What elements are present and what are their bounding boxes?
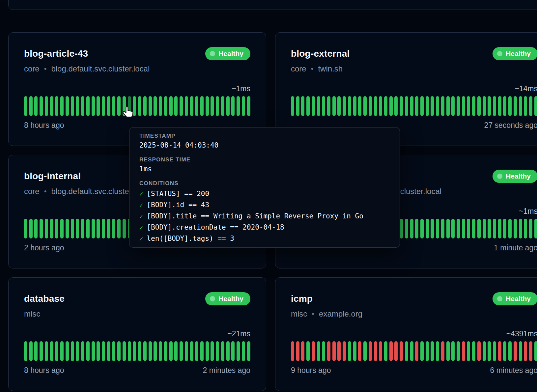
uptime-bar[interactable]: [81, 219, 84, 238]
uptime-bar[interactable]: [291, 341, 294, 361]
uptime-bar[interactable]: [534, 219, 537, 238]
uptime-bar[interactable]: [86, 96, 90, 116]
uptime-bar[interactable]: [34, 219, 38, 238]
uptime-bar[interactable]: [92, 96, 95, 116]
uptime-bar[interactable]: [483, 96, 486, 116]
uptime-bar[interactable]: [343, 96, 346, 116]
uptime-bar[interactable]: [55, 341, 58, 361]
uptime-bar[interactable]: [400, 341, 403, 361]
uptime-bar[interactable]: [436, 219, 439, 238]
uptime-bar[interactable]: [81, 341, 84, 361]
uptime-bar[interactable]: [76, 96, 79, 116]
uptime-bar[interactable]: [123, 96, 126, 116]
uptime-bar[interactable]: [55, 219, 58, 238]
uptime-bar[interactable]: [60, 341, 64, 361]
uptime-bar[interactable]: [97, 341, 100, 361]
uptime-bar[interactable]: [138, 341, 141, 361]
uptime-bar[interactable]: [237, 341, 240, 361]
uptime-bar[interactable]: [451, 341, 455, 361]
uptime-bar[interactable]: [431, 341, 434, 361]
uptime-bar[interactable]: [348, 341, 351, 361]
uptime-bar[interactable]: [200, 96, 204, 116]
uptime-bar[interactable]: [50, 341, 53, 361]
uptime-bar[interactable]: [379, 341, 382, 361]
uptime-bar[interactable]: [457, 96, 460, 116]
uptime-bar[interactable]: [493, 341, 496, 361]
uptime-bar[interactable]: [405, 341, 408, 361]
uptime-bar[interactable]: [441, 96, 444, 116]
uptime-bar[interactable]: [102, 341, 105, 361]
uptime-bar[interactable]: [211, 341, 214, 361]
uptime-bar[interactable]: [431, 219, 434, 238]
uptime-bar[interactable]: [483, 341, 486, 361]
uptime-bar[interactable]: [374, 341, 377, 361]
uptime-bar[interactable]: [374, 96, 377, 116]
uptime-bar[interactable]: [514, 219, 517, 238]
uptime-bar[interactable]: [86, 341, 90, 361]
uptime-bar[interactable]: [400, 96, 403, 116]
uptime-bar[interactable]: [441, 219, 444, 238]
uptime-bar[interactable]: [45, 341, 48, 361]
uptime-bar[interactable]: [242, 341, 245, 361]
uptime-bar[interactable]: [71, 341, 74, 361]
uptime-bar[interactable]: [446, 219, 450, 238]
uptime-bar[interactable]: [185, 341, 188, 361]
uptime-bar[interactable]: [389, 341, 393, 361]
uptime-bar[interactable]: [462, 341, 465, 361]
uptime-bars[interactable]: [291, 96, 537, 116]
uptime-bar[interactable]: [247, 341, 250, 361]
uptime-bar[interactable]: [112, 341, 115, 361]
uptime-bar[interactable]: [446, 96, 450, 116]
uptime-bar[interactable]: [195, 96, 198, 116]
uptime-bar[interactable]: [107, 219, 110, 238]
uptime-bar[interactable]: [379, 96, 382, 116]
uptime-bar[interactable]: [353, 96, 356, 116]
uptime-bar[interactable]: [128, 96, 131, 116]
uptime-bar[interactable]: [128, 341, 131, 361]
uptime-bar[interactable]: [472, 96, 475, 116]
uptime-bar[interactable]: [117, 96, 121, 116]
uptime-bar[interactable]: [71, 219, 74, 238]
uptime-bar[interactable]: [415, 219, 418, 238]
uptime-bar[interactable]: [97, 219, 100, 238]
uptime-bar[interactable]: [353, 341, 356, 361]
uptime-bar[interactable]: [503, 219, 506, 238]
uptime-bar[interactable]: [34, 96, 38, 116]
uptime-bar[interactable]: [389, 96, 393, 116]
uptime-bar[interactable]: [154, 341, 157, 361]
uptime-bar[interactable]: [34, 341, 38, 361]
uptime-bar[interactable]: [45, 219, 48, 238]
uptime-bar[interactable]: [138, 96, 141, 116]
uptime-bar[interactable]: [451, 219, 455, 238]
uptime-bar[interactable]: [317, 96, 320, 116]
uptime-bar[interactable]: [498, 341, 501, 361]
uptime-bar[interactable]: [415, 96, 418, 116]
uptime-bar[interactable]: [206, 96, 209, 116]
uptime-bar[interactable]: [112, 96, 115, 116]
uptime-bar[interactable]: [66, 219, 69, 238]
uptime-bar[interactable]: [446, 341, 450, 361]
uptime-bar[interactable]: [242, 96, 245, 116]
uptime-bar[interactable]: [296, 341, 299, 361]
uptime-bar[interactable]: [457, 219, 460, 238]
uptime-bar[interactable]: [472, 219, 475, 238]
uptime-bar[interactable]: [441, 341, 444, 361]
uptime-bar[interactable]: [221, 96, 224, 116]
uptime-bar[interactable]: [92, 341, 95, 361]
uptime-bar[interactable]: [76, 341, 79, 361]
uptime-bar[interactable]: [488, 96, 491, 116]
uptime-bar[interactable]: [420, 219, 424, 238]
uptime-bar[interactable]: [123, 341, 126, 361]
uptime-bar[interactable]: [503, 96, 506, 116]
uptime-bar[interactable]: [226, 96, 230, 116]
uptime-bar[interactable]: [519, 96, 522, 116]
uptime-bar[interactable]: [369, 341, 372, 361]
uptime-bar[interactable]: [296, 96, 299, 116]
uptime-bar[interactable]: [66, 341, 69, 361]
uptime-bar[interactable]: [410, 219, 413, 238]
uptime-bar[interactable]: [312, 341, 315, 361]
uptime-bar[interactable]: [322, 341, 325, 361]
uptime-bar[interactable]: [508, 341, 512, 361]
uptime-bar[interactable]: [40, 341, 43, 361]
uptime-bar[interactable]: [29, 96, 33, 116]
